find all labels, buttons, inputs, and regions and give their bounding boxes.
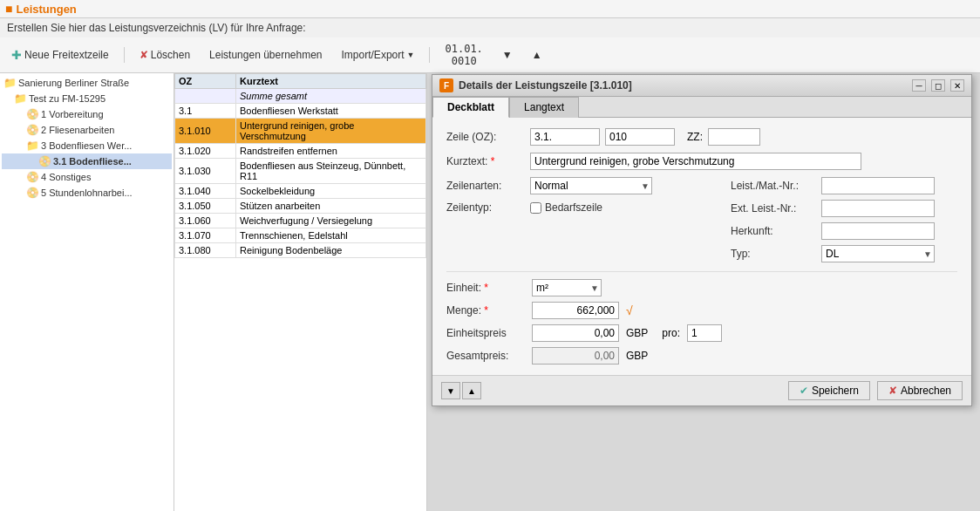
tree-item-label: 4 Sonstiges <box>41 172 91 182</box>
cell-kurztext: Untergrund reinigen, grobe Verschmutzung <box>236 119 426 144</box>
leist-mat-row: Leist./Mat.-Nr.: <box>731 177 957 194</box>
einheit-row: Einheit: m² m St Psch ▼ <box>446 279 957 296</box>
einheit-select-wrapper: m² m St Psch ▼ <box>532 279 602 296</box>
plus-icon: ✚ <box>11 48 22 62</box>
zeilentyp-label: Zeilentyp: <box>446 201 525 214</box>
table-row[interactable]: 3.1.070 Trennschienen, Edelstahl <box>175 228 426 243</box>
kurztext-input[interactable] <box>530 153 861 170</box>
gesamtpreis-currency: GBP <box>626 350 648 362</box>
cell-oz: 3.1.020 <box>175 144 236 159</box>
transfer-button[interactable]: Leistungen übernehmen <box>203 46 328 64</box>
table-row-selected[interactable]: 3.1.010 Untergrund reinigen, grobe Versc… <box>175 119 426 144</box>
zeile-input-1[interactable] <box>530 128 600 146</box>
bottom-section: Einheit: m² m St Psch ▼ Menge: <box>446 271 957 365</box>
folder-open-icon: 📁 <box>26 140 39 152</box>
cell-oz: 3.1.050 <box>175 199 236 214</box>
herkunft-row: Herkunft: <box>731 222 957 240</box>
tab-langtext[interactable]: Langtext <box>509 97 579 118</box>
tree-item-stunden[interactable]: 📀 5 Stundenlohnarbei... <box>2 185 172 201</box>
data-table: OZ Kurztext Summe gesamt 3.1 Bodenfliese… <box>174 73 426 258</box>
menge-input[interactable] <box>532 302 619 319</box>
einheitspreis-input[interactable] <box>532 324 619 342</box>
app-icon: ■ <box>5 2 12 16</box>
table-row[interactable]: 3.1.020 Randstreifen entfernen <box>175 144 426 159</box>
nav-down-button[interactable]: ▼ <box>441 382 460 399</box>
einheitspreis-currency: GBP <box>626 327 648 339</box>
action-buttons: ✔ Speichern ✘ Abbrechen <box>788 381 963 400</box>
dialog-minimize-button[interactable]: ─ <box>912 79 926 92</box>
einheitspreis-label: Einheitspreis <box>446 327 525 339</box>
tree-item-label: 3 Bodenfliesen Wer... <box>41 140 132 151</box>
gesamtpreis-label: Gesamtpreis: <box>446 350 525 362</box>
cell-oz <box>175 89 236 104</box>
up-arrow-icon: ▲ <box>532 49 542 61</box>
tree-item-sonstiges[interactable]: 📀 4 Sonstiges <box>2 169 172 185</box>
folder-icon: 📀 <box>26 171 39 183</box>
cell-kurztext: Sockelbekleidung <box>236 184 426 199</box>
pro-label: pro: <box>662 327 680 339</box>
down-arrow-button[interactable]: ▼ <box>496 46 519 64</box>
zz-input[interactable] <box>708 128 760 146</box>
table-row[interactable]: 3.1 Bodenfliesen Werkstatt <box>175 104 426 119</box>
zeile-input-2[interactable] <box>605 128 675 146</box>
cell-oz: 3.1.030 <box>175 159 236 184</box>
table-row[interactable]: Summe gesamt <box>175 89 426 104</box>
table-row[interactable]: 3.1.080 Reinigung Bodenbeläge <box>175 243 426 258</box>
dialog-body: Zeile (OZ): ZZ: Kurztext: Zeilenarten: <box>432 118 971 375</box>
top-bar: ■ Leistungen <box>0 0 980 18</box>
typ-select[interactable]: DL <box>821 245 935 262</box>
herkunft-input[interactable] <box>821 222 935 240</box>
tree-item-test[interactable]: 📁 Test zu FM-15295 <box>2 91 172 106</box>
grid-icon-button[interactable]: 01.01.0010 <box>439 40 488 70</box>
calc-icon[interactable]: √ <box>626 303 633 317</box>
subtitle: Erstellen Sie hier das Leistungsverzeich… <box>0 18 980 37</box>
bedarfszeile-checkbox[interactable] <box>530 202 541 214</box>
table-row[interactable]: 3.1.050 Stützen anarbeiten <box>175 199 426 214</box>
leist-mat-input[interactable] <box>821 177 935 194</box>
col-oz: OZ <box>175 74 236 89</box>
zeilenarten-row: Zeilenarten: Normal Alternativ Eventual … <box>446 177 713 194</box>
checkmark-icon: ✔ <box>800 385 808 397</box>
zeile-label: Zeile (OZ): <box>446 131 525 143</box>
cell-oz: 3.1.070 <box>175 228 236 243</box>
tree-item-sanierung[interactable]: 📁 Sanierung Berliner Straße <box>2 75 172 91</box>
delete-button[interactable]: ✘ Löschen <box>133 46 196 64</box>
zz-label: ZZ: <box>687 131 703 143</box>
cell-kurztext: Summe gesamt <box>236 89 426 104</box>
tab-deckblatt[interactable]: Deckblatt <box>432 97 509 118</box>
tree-item-boden-31[interactable]: 📀 3.1 Bodenfliese... <box>2 153 172 169</box>
tree-item-vorbereitung[interactable]: 📀 1 Vorbereitung <box>2 106 172 122</box>
table-row[interactable]: 3.1.060 Weichverfugung / Versiegelung <box>175 214 426 228</box>
ext-leist-input[interactable] <box>821 200 935 217</box>
table-row[interactable]: 3.1.040 Sockelbekleidung <box>175 184 426 199</box>
dialog-close-button[interactable]: ✕ <box>950 79 964 92</box>
tree-item-boden-wer[interactable]: 📁 3 Bodenfliesen Wer... <box>2 138 172 153</box>
form-section: Zeilenarten: Normal Alternativ Eventual … <box>446 177 957 268</box>
up-arrow-button[interactable]: ▲ <box>526 46 548 64</box>
dialog-title: Details der Leistungszeile [3.1.010] <box>459 79 907 92</box>
x-icon: ✘ <box>888 385 897 397</box>
menge-label: Menge: <box>446 304 525 317</box>
zeilenarten-select[interactable]: Normal Alternativ Eventual <box>530 177 652 194</box>
table-row[interactable]: 3.1.030 Bodenfliesen aus Steinzeug, Dünn… <box>175 159 426 184</box>
folder-icon: 📀 <box>26 124 39 136</box>
herkunft-label: Herkunft: <box>731 225 818 237</box>
dialog-maximize-button[interactable]: ◻ <box>931 79 945 92</box>
import-export-button[interactable]: Import/Export ▼ <box>336 46 421 64</box>
cancel-button[interactable]: ✘ Abbrechen <box>877 381 963 400</box>
tree-item-fliesen[interactable]: 📀 2 Fliesenarbeiten <box>2 122 172 138</box>
cell-kurztext: Weichverfugung / Versiegelung <box>236 214 426 228</box>
toolbar-separator-2 <box>429 47 430 63</box>
nav-up-button[interactable]: ▲ <box>462 382 481 399</box>
toolbar-separator <box>124 47 125 63</box>
tree-item-label: 2 Fliesenarbeiten <box>41 125 114 135</box>
pro-input[interactable] <box>687 324 722 342</box>
new-freitextzeile-button[interactable]: ✚ Neue Freitextzeile <box>5 45 115 65</box>
tree-panel: 📁 Sanierung Berliner Straße 📁 Test zu FM… <box>0 73 174 511</box>
cell-oz: 3.1.040 <box>175 184 236 199</box>
cell-oz: 3.1.080 <box>175 243 236 258</box>
bedarfszeile-checkbox-row: Bedarfszeile <box>530 201 602 214</box>
bedarfszeile-label: Bedarfszeile <box>545 201 602 214</box>
einheit-select[interactable]: m² m St Psch <box>532 279 602 296</box>
save-button[interactable]: ✔ Speichern <box>788 381 870 400</box>
